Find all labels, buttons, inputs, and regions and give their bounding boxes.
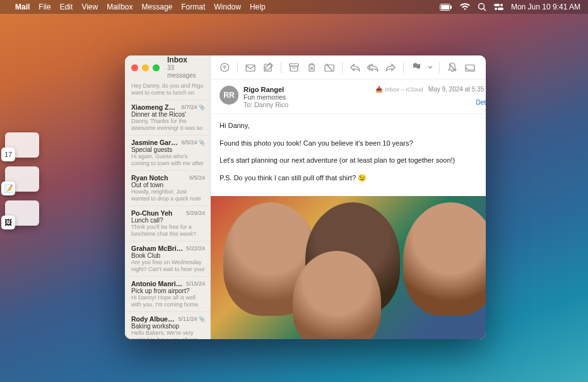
message-list[interactable]: Hey Danny, do you and Rigo want to come … — [125, 79, 210, 339]
list-subject: Lunch call? — [131, 217, 205, 224]
message-list-item[interactable]: Ryan Notch6/5/24Out of townHowdy, neighb… — [125, 171, 210, 206]
list-preview: Howdy, neighbor, Just wanted to drop a q… — [131, 188, 205, 202]
app-menu[interactable]: Mail — [15, 3, 30, 11]
message-list-item[interactable]: Rody Albuerne5/11/24 📎Baking workshopHel… — [125, 312, 210, 339]
message-list-item[interactable]: Antonio Manriquez5/15/24Pick up from air… — [125, 277, 210, 312]
menu-edit[interactable]: Edit — [60, 3, 73, 11]
list-subject: Out of town — [131, 182, 205, 188]
svg-rect-7 — [498, 8, 503, 10]
svg-rect-15 — [325, 65, 334, 71]
move-junk-button[interactable] — [322, 60, 337, 75]
menu-view[interactable]: View — [81, 3, 98, 11]
mute-button[interactable] — [445, 60, 460, 75]
svg-rect-13 — [290, 66, 298, 71]
spotlight-icon[interactable] — [478, 3, 486, 11]
mail-toolbar — [211, 55, 486, 79]
message-header: RR Rigo Rangel Fun memories To: Danny Ri… — [211, 79, 486, 114]
battery-icon[interactable] — [440, 4, 452, 11]
close-button[interactable] — [131, 64, 138, 71]
inbox-count: 33 messages — [167, 64, 204, 79]
stage-manager-strip — [5, 132, 43, 234]
list-preview: Hello Bakers, We're very excited to have… — [131, 330, 205, 339]
details-link[interactable]: Details — [375, 99, 486, 106]
message-list-item[interactable]: Graham McBride5/22/24Book ClubAre you fr… — [125, 241, 210, 277]
attached-photo — [211, 196, 486, 339]
list-sender: Po-Chun Yeh — [131, 209, 172, 217]
traffic-lights — [131, 64, 160, 71]
message-list-item[interactable]: Jasmine Garcia6/5/24 📎Special guestsHi a… — [125, 136, 210, 171]
message-date: May 9, 2024 at 5:35 PM — [428, 86, 486, 93]
list-sender: Antonio Manriquez — [131, 280, 184, 287]
attachment-icon: 📎 — [199, 316, 205, 322]
inbox-header: Inbox 33 messages — [167, 55, 204, 79]
stage-thumb-calendar[interactable] — [5, 132, 39, 158]
flag-button[interactable] — [409, 60, 424, 75]
menu-help[interactable]: Help — [250, 3, 266, 11]
mailbox-tag: 📥 Inbox – iCloud — [375, 86, 423, 93]
list-preview: Hey Danny, do you and Rigo want to come … — [131, 83, 205, 96]
menu-mailbox[interactable]: Mailbox — [107, 3, 132, 11]
body-paragraph: Let's start planning our next adventure … — [220, 155, 486, 166]
search-button[interactable] — [483, 60, 486, 75]
flag-chevron-icon[interactable] — [426, 60, 434, 75]
message-list-item[interactable]: Po-Chun Yeh5/29/24Lunch call?Think you'l… — [125, 206, 210, 241]
list-subject: Book Club — [131, 252, 205, 259]
menubar-clock[interactable]: Mon Jun 10 9:41 AM — [511, 3, 580, 11]
menu-format[interactable]: Format — [181, 3, 205, 11]
wifi-icon[interactable] — [460, 3, 470, 11]
maximize-button[interactable] — [153, 64, 160, 71]
minimize-button[interactable] — [142, 64, 149, 71]
body-greeting: Hi Danny, — [220, 120, 486, 132]
message-body: Hi Danny, Found this photo you took! Can… — [211, 114, 486, 196]
delete-button[interactable] — [304, 60, 319, 75]
menu-window[interactable]: Window — [214, 3, 241, 11]
message-list-item[interactable]: Hey Danny, do you and Rigo want to come … — [125, 79, 210, 100]
list-date: 5/29/24 — [186, 210, 205, 216]
archive-button[interactable] — [286, 60, 302, 75]
list-date: 5/11/24 📎 — [178, 316, 205, 322]
list-preview: Hi Danny! Hope all is well with you. I'm… — [131, 294, 205, 308]
list-date: 6/5/24 📎 — [181, 139, 205, 146]
stage-thumb-notes[interactable] — [5, 166, 39, 192]
reply-button[interactable] — [348, 60, 363, 75]
list-preview: Think you'll be free for a lunchtime cha… — [131, 224, 205, 238]
list-sender: Rody Albuerne — [131, 315, 175, 323]
svg-rect-5 — [494, 4, 500, 6]
forward-button[interactable] — [383, 60, 398, 75]
move-button[interactable] — [462, 60, 478, 75]
control-center-icon[interactable] — [494, 3, 503, 11]
to-line: To: Danny Rico — [244, 101, 370, 108]
list-subject: Dinner at the Ricos' — [131, 111, 205, 118]
filter-button[interactable] — [217, 60, 232, 75]
compose-button[interactable] — [261, 60, 276, 75]
window-titlebar: Inbox 33 messages — [125, 55, 210, 79]
svg-rect-2 — [450, 6, 452, 9]
list-preview: Are you free on Wednesday night? Can't w… — [131, 259, 205, 273]
list-subject: Special guests — [131, 146, 205, 153]
body-paragraph: Found this photo you took! Can you belie… — [220, 138, 486, 149]
list-sender: Xiaomeng Zhong — [131, 103, 179, 111]
sender-avatar[interactable]: RR — [220, 86, 238, 105]
svg-rect-10 — [246, 65, 255, 71]
list-subject: Baking workshop — [131, 323, 205, 330]
message-content-pane: RR Rigo Rangel Fun memories To: Danny Ri… — [211, 55, 486, 339]
svg-rect-1 — [441, 5, 449, 9]
list-date: 5/22/24 — [186, 245, 205, 252]
stage-thumb-photos[interactable] — [5, 200, 39, 226]
menubar: Mail File Edit View Mailbox Message Form… — [0, 0, 588, 14]
list-sender: Ryan Notch — [131, 174, 168, 182]
list-date: 6/5/24 — [189, 175, 205, 181]
svg-line-4 — [483, 9, 486, 11]
svg-point-3 — [478, 4, 484, 9]
mail-window: Inbox 33 messages Hey Danny, do you and … — [125, 55, 486, 339]
list-subject: Pick up from airport? — [131, 287, 205, 294]
menu-file[interactable]: File — [38, 3, 50, 11]
list-preview: Hi again, Guess who's coming to town wit… — [131, 153, 205, 167]
from-name: Rigo Rangel — [244, 86, 370, 93]
list-date: 5/15/24 — [186, 281, 205, 287]
menu-message[interactable]: Message — [142, 3, 173, 11]
message-list-item[interactable]: Xiaomeng Zhong6/7/24 📎Dinner at the Rico… — [125, 100, 210, 136]
reply-all-button[interactable] — [365, 60, 380, 75]
junk-button[interactable] — [243, 60, 258, 75]
svg-point-6 — [500, 4, 503, 6]
